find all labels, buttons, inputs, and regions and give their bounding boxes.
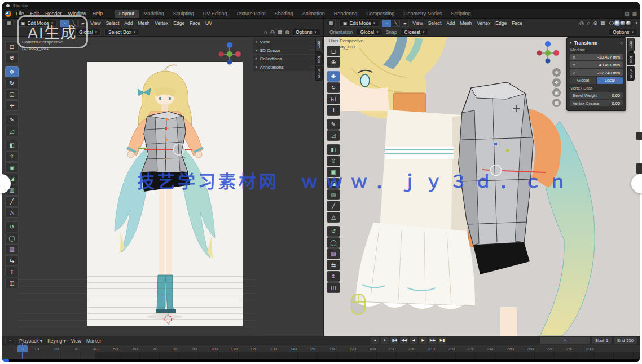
- prev-keyframe-button[interactable]: ◀◀: [400, 337, 408, 344]
- tool-knife[interactable]: ╱: [5, 196, 19, 207]
- play-button[interactable]: ▶: [419, 337, 427, 344]
- tool-extrude-region[interactable]: ⇧: [327, 156, 340, 166]
- range-end[interactable]: End250: [614, 337, 637, 344]
- current-frame-field[interactable]: 1: [540, 337, 590, 344]
- pin-icon[interactable]: ○: [620, 41, 623, 46]
- tool-spin[interactable]: ↺: [5, 221, 19, 232]
- timeline-menu-keying[interactable]: Keying ▾: [47, 338, 66, 344]
- tool-add-cube[interactable]: ◧: [5, 140, 19, 150]
- next-keyframe-button[interactable]: ▶▶: [429, 337, 437, 344]
- tool-move[interactable]: ✥: [327, 71, 340, 82]
- jump-to-end-button[interactable]: ▶▮: [438, 337, 446, 344]
- tool-transform[interactable]: ✛: [327, 105, 340, 116]
- axis-field-z[interactable]: Z-12.740 mm: [570, 69, 623, 76]
- npanel-section-annotations[interactable]: ▸Annotations∷: [253, 63, 316, 71]
- workspace-tab-rendering[interactable]: Rendering: [329, 10, 362, 18]
- vertex-select-mode[interactable]: ∙: [382, 20, 391, 27]
- axis-field-x[interactable]: X-13.437 mm: [570, 54, 623, 60]
- timeline-ruler[interactable]: 1 10203040506070809010011012013014015016…: [2, 345, 640, 352]
- npanel-section-3d-cursor[interactable]: ▸3D Cursor∷: [253, 46, 316, 54]
- tool-shrink-fatten[interactable]: ⇕: [5, 267, 19, 277]
- play-reverse-button[interactable]: ◀: [410, 337, 417, 344]
- workspace-tab-uv-editing[interactable]: UV Editing: [199, 10, 232, 18]
- menu-mesh[interactable]: Mesh: [138, 20, 149, 26]
- menu-mesh[interactable]: Mesh: [460, 20, 472, 26]
- menu-face[interactable]: Face: [512, 20, 522, 26]
- tool-annotate[interactable]: ✎: [5, 114, 19, 125]
- npanel-tab-tool[interactable]: Tool: [627, 52, 635, 66]
- video-progress-bar[interactable]: [2, 359, 640, 362]
- menu-uv[interactable]: UV: [205, 20, 212, 26]
- orientation-dropdown[interactable]: Global▾: [357, 29, 382, 36]
- space-button-global[interactable]: Global: [570, 77, 596, 84]
- menu-vertex[interactable]: Vertex: [477, 20, 490, 26]
- tool-knife[interactable]: ╱: [327, 201, 340, 211]
- npanel-section-collections[interactable]: ▸Collections∷: [253, 55, 316, 63]
- scene-icon[interactable]: ▤: [625, 11, 630, 16]
- overlays-icon[interactable]: ◍: [285, 29, 289, 35]
- tool-cursor[interactable]: ⊕: [5, 52, 19, 63]
- workspace-tab-scripting[interactable]: Scripting: [446, 10, 475, 18]
- collapse-caret-icon[interactable]: ▾: [570, 41, 572, 45]
- menu-help[interactable]: Help: [93, 11, 103, 16]
- view-layer-icon[interactable]: ▦: [632, 11, 637, 16]
- proportional-edit-icon[interactable]: ◎: [579, 20, 584, 26]
- menu-add[interactable]: Add: [124, 20, 133, 26]
- gizmo-toggle-icon[interactable]: ▦: [278, 29, 283, 35]
- menu-face[interactable]: Face: [190, 20, 200, 26]
- npanel-tab-tool[interactable]: Tool: [315, 52, 323, 66]
- npanel-tab-item[interactable]: Item: [627, 38, 635, 52]
- menu-select[interactable]: Select: [428, 20, 442, 26]
- menu-edge[interactable]: Edge: [173, 20, 184, 26]
- tool-add-cube[interactable]: ◧: [327, 144, 340, 155]
- options-dropdown[interactable]: Options ▾: [609, 29, 637, 36]
- shading-material[interactable]: [621, 21, 625, 25]
- timeline-editor-icon[interactable]: ◔: [5, 338, 14, 344]
- zoom-icon[interactable]: ⊕: [552, 68, 561, 77]
- pivot-point-icon[interactable]: ⊙: [593, 20, 597, 26]
- shading-wireframe[interactable]: [609, 21, 614, 25]
- npanel-tab-view[interactable]: View: [315, 66, 323, 81]
- tool-rotate[interactable]: ↻: [327, 82, 340, 93]
- workspace-tab-animation[interactable]: Animation: [298, 10, 329, 18]
- shading-solid[interactable]: [615, 21, 619, 25]
- mode-dropdown[interactable]: ▣ Edit Mode ▾: [339, 20, 379, 27]
- tool-extrude-region[interactable]: ⇧: [5, 151, 19, 162]
- tool-rotate[interactable]: ↻: [5, 78, 19, 88]
- tool-cursor[interactable]: ⊕: [327, 57, 340, 68]
- npanel-tab-item[interactable]: Item: [315, 38, 323, 52]
- npanel-tab-view[interactable]: View: [627, 66, 635, 81]
- menu-vertex[interactable]: Vertex: [155, 20, 168, 26]
- tool-scale[interactable]: ◱: [327, 94, 340, 104]
- tool-edge-slide[interactable]: ⇆: [327, 260, 340, 270]
- editor-type-icon[interactable]: ▦: [327, 20, 336, 26]
- workspace-tab-geometry-nodes[interactable]: Geometry Nodes: [399, 10, 446, 18]
- snap-magnet-icon[interactable]: ∩: [263, 29, 267, 35]
- pan-hand-icon[interactable]: ✥: [552, 78, 561, 87]
- timeline-menu-playback[interactable]: Playback ▾: [19, 338, 42, 344]
- menu-add[interactable]: Add: [446, 20, 455, 26]
- workspace-tab-compositing[interactable]: Compositing: [362, 10, 399, 18]
- axis-field-y[interactable]: Y43.491 mm: [570, 61, 623, 68]
- camera-view-icon[interactable]: ▣: [552, 88, 561, 97]
- tool-spin[interactable]: ↺: [327, 226, 340, 237]
- workspace-tab-texture-paint[interactable]: Texture Paint: [231, 10, 270, 18]
- range-start[interactable]: Start1: [592, 337, 612, 344]
- tool-poly-build[interactable]: △: [327, 212, 340, 223]
- jump-to-start-button[interactable]: ▮◀: [390, 337, 398, 344]
- tool-randomize[interactable]: ▨: [327, 248, 340, 259]
- tool-annotate[interactable]: ✎: [327, 119, 340, 130]
- snap-magnet-icon[interactable]: ∩: [587, 20, 590, 26]
- edge-select-mode[interactable]: ╲: [392, 20, 400, 27]
- gizmo-toggle-icon[interactable]: ▦: [600, 20, 605, 26]
- tool-transform[interactable]: ✛: [5, 100, 19, 111]
- space-button-local[interactable]: Local: [597, 77, 623, 84]
- tool-rip-region[interactable]: ◫: [327, 282, 340, 293]
- npanel-section-view[interactable]: ▸View∷: [253, 38, 316, 46]
- navigation-gizmo[interactable]: [216, 39, 243, 66]
- workspace-tab-sculpting[interactable]: Sculpting: [169, 10, 199, 18]
- auto-keying-button[interactable]: ●: [371, 337, 379, 344]
- tool-edge-slide[interactable]: ⇆: [5, 255, 19, 266]
- menu-view[interactable]: View: [90, 20, 100, 26]
- tool-scale[interactable]: ◱: [5, 89, 19, 100]
